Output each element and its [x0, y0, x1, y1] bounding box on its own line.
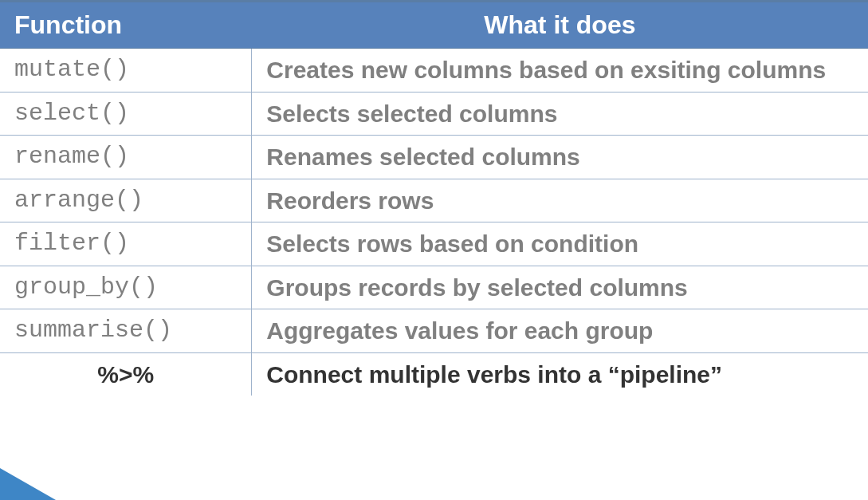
table-row-pipe: %>% Connect multiple verbs into a “pipel…	[0, 352, 868, 396]
corner-accent	[0, 468, 56, 500]
cell-description: Selects rows based on condition	[252, 222, 868, 266]
header-function: Function	[0, 2, 252, 49]
cell-function: group_by()	[0, 266, 252, 309]
cell-description: Selects selected columns	[252, 92, 868, 136]
table-row: select() Selects selected columns	[0, 92, 868, 136]
table-row: rename() Renames selected columns	[0, 136, 868, 179]
cell-function: summarise()	[0, 309, 252, 353]
cell-description: Groups records by selected columns	[252, 266, 868, 309]
header-description: What it does	[252, 2, 868, 49]
cell-function: select()	[0, 92, 252, 136]
cell-description: Aggregates values for each group	[252, 309, 868, 353]
table-row: mutate() Creates new columns based on ex…	[0, 49, 868, 93]
cell-function: mutate()	[0, 49, 252, 93]
functions-table: Function What it does mutate() Creates n…	[0, 0, 868, 396]
table-row: group_by() Groups records by selected co…	[0, 266, 868, 309]
cell-description: Reorders rows	[252, 179, 868, 222]
cell-description: Creates new columns based on exsiting co…	[252, 49, 868, 93]
cell-function-pipe: %>%	[0, 352, 252, 396]
table-row: summarise() Aggregates values for each g…	[0, 309, 868, 353]
cell-description: Renames selected columns	[252, 136, 868, 179]
cell-function: arrange()	[0, 179, 252, 222]
cell-description-pipe: Connect multiple verbs into a “pipeline”	[252, 352, 868, 396]
cell-function: filter()	[0, 222, 252, 266]
table-header-row: Function What it does	[0, 2, 868, 49]
table-row: filter() Selects rows based on condition	[0, 222, 868, 266]
cell-function: rename()	[0, 136, 252, 179]
table-body: mutate() Creates new columns based on ex…	[0, 49, 868, 396]
table-row: arrange() Reorders rows	[0, 179, 868, 222]
